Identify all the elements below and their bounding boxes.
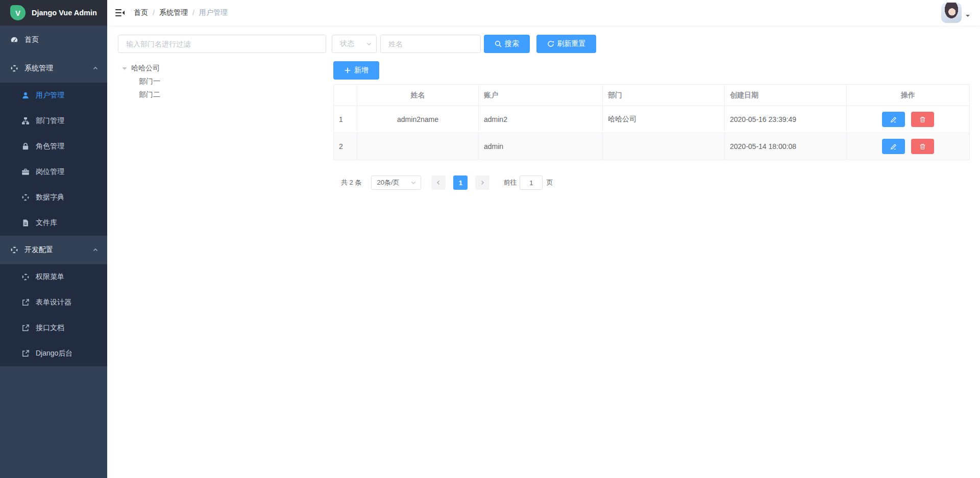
tree-children: 部门一部门二 [118, 75, 326, 102]
edit-button[interactable] [882, 112, 905, 127]
refresh-reset-button[interactable]: 刷新重置 [536, 35, 596, 53]
sidebar-item-label: 角色管理 [36, 142, 64, 151]
dept-filter-input[interactable] [118, 35, 326, 53]
name-filter-input[interactable] [380, 35, 481, 53]
edit-icon [890, 143, 897, 150]
cell-actions [847, 133, 970, 160]
column-header-account: 账户 [479, 85, 603, 106]
sidebar-item-dept-management[interactable]: 部门管理 [0, 108, 107, 134]
chevron-left-icon [435, 180, 442, 186]
table-row-2: 2admin2020-05-14 18:00:08 [334, 133, 970, 160]
delete-button[interactable] [911, 139, 934, 154]
cell-account: admin [479, 133, 603, 160]
column-header-created: 创建日期 [725, 85, 847, 106]
sidebar-item-label: 表单设计器 [36, 298, 71, 307]
external-link-icon [21, 349, 30, 358]
status-select-value: 状态 [340, 39, 354, 48]
page-button-1[interactable]: 1 [453, 175, 468, 190]
sidebar-item-label: 首页 [24, 35, 39, 44]
breadcrumb-separator: / [153, 9, 155, 17]
cell-name: admin2name [357, 106, 479, 133]
page-size-value: 20条/页 [377, 178, 399, 187]
next-page-button[interactable] [475, 175, 489, 190]
breadcrumb-home[interactable]: 首页 [134, 8, 148, 17]
goto-label: 前往 [503, 178, 517, 187]
sidebar-menu: 首页系统管理用户管理部门管理角色管理岗位管理数据字典文件库开发配置权限菜单表单设… [0, 26, 107, 478]
sidebar-item-label: 系统管理 [24, 64, 53, 73]
component-icon [21, 193, 30, 202]
goto-page: 前往 页 [503, 175, 553, 190]
column-header-name: 姓名 [357, 85, 479, 106]
hamburger-icon[interactable] [115, 8, 125, 17]
search-button-label: 搜索 [505, 39, 519, 48]
user-table: 姓名账户部门创建日期操作 1admin2nameadmin2哈哈公司2020-0… [333, 84, 970, 160]
sidebar-item-user-management[interactable]: 用户管理 [0, 83, 107, 108]
sidebar-item-label: Django后台 [36, 349, 72, 358]
delete-button[interactable] [911, 112, 934, 127]
cell-index: 2 [334, 133, 357, 160]
breadcrumb-user-management: 用户管理 [199, 8, 228, 17]
breadcrumb-separator: / [192, 9, 194, 17]
edit-icon [890, 116, 897, 123]
sidebar-item-home[interactable]: 首页 [0, 26, 107, 54]
caret-down-icon[interactable] [122, 67, 127, 72]
delete-icon [919, 143, 926, 150]
pagination: 共 2 条 20条/页 1 前往 [333, 175, 970, 190]
goto-page-input[interactable] [520, 175, 543, 190]
sidebar-item-dev-config[interactable]: 开发配置 [0, 236, 107, 264]
cell-created: 2020-05-14 18:00:08 [725, 133, 847, 160]
vue-logo-icon: V [10, 5, 26, 20]
filter-bar: 状态 搜索 刷新重置 [118, 35, 970, 53]
submenu-dev-config: 权限菜单表单设计器接口文档Django后台 [0, 264, 107, 366]
sidebar-item-data-dictionary[interactable]: 数据字典 [0, 185, 107, 210]
cell-index: 1 [334, 106, 357, 133]
sidebar-item-file-library[interactable]: 文件库 [0, 210, 107, 236]
chevron-up-icon [92, 247, 99, 253]
chevron-down-icon [410, 180, 416, 186]
delete-icon [919, 116, 926, 123]
tree-node-root[interactable]: 哈哈公司 [118, 62, 326, 75]
sidebar-item-label: 接口文档 [36, 323, 64, 333]
prev-page-button[interactable] [431, 175, 446, 190]
component-icon [21, 273, 30, 281]
sidebar-item-post-management[interactable]: 岗位管理 [0, 159, 107, 185]
dashboard-icon [10, 36, 18, 44]
top-navbar: 首页/系统管理/用户管理 [107, 0, 980, 26]
cell-dept: 哈哈公司 [603, 106, 725, 133]
sidebar-item-label: 部门管理 [36, 116, 64, 125]
caret-down-icon[interactable] [966, 15, 970, 19]
main-content: 状态 搜索 刷新重置 哈哈公司 [107, 26, 980, 478]
sidebar-item-permission-menu[interactable]: 权限菜单 [0, 264, 107, 290]
pagination-total: 共 2 条 [341, 178, 361, 187]
sidebar-item-django-admin[interactable]: Django后台 [0, 341, 107, 366]
add-button[interactable]: 新增 [333, 61, 379, 80]
column-header-actions: 操作 [847, 85, 970, 106]
sidebar-item-api-docs[interactable]: 接口文档 [0, 315, 107, 341]
app-logo[interactable]: V Django Vue Admin [0, 0, 107, 26]
submenu-system-management: 用户管理部门管理角色管理岗位管理数据字典文件库 [0, 83, 107, 236]
breadcrumb-system-management[interactable]: 系统管理 [159, 8, 188, 17]
page-size-select[interactable]: 20条/页 [371, 175, 421, 190]
sidebar-item-form-designer[interactable]: 表单设计器 [0, 290, 107, 315]
table-row-1: 1admin2nameadmin2哈哈公司2020-05-16 23:39:49 [334, 106, 970, 133]
column-header-dept: 部门 [603, 85, 725, 106]
sidebar-item-system-management[interactable]: 系统管理 [0, 54, 107, 83]
add-button-label: 新增 [354, 66, 369, 75]
chevron-right-icon [479, 180, 485, 186]
briefcase-icon [21, 168, 30, 176]
edit-button[interactable] [882, 139, 905, 154]
app-window: V Django Vue Admin 首页系统管理用户管理部门管理角色管理岗位管… [0, 0, 980, 478]
cell-created: 2020-05-16 23:39:49 [725, 106, 847, 133]
lock-icon [21, 142, 30, 150]
user-avatar[interactable] [941, 3, 962, 23]
external-link-icon [21, 298, 30, 307]
tree-node-child[interactable]: 部门一 [118, 75, 326, 88]
refresh-icon [547, 40, 554, 47]
tree-node-child[interactable]: 部门二 [118, 88, 326, 102]
reset-button-label: 刷新重置 [557, 39, 586, 48]
sidebar-item-label: 用户管理 [36, 91, 64, 100]
search-button[interactable]: 搜索 [484, 35, 530, 53]
status-select[interactable]: 状态 [332, 35, 377, 53]
chevron-up-icon [92, 65, 99, 71]
sidebar-item-role-management[interactable]: 角色管理 [0, 134, 107, 159]
